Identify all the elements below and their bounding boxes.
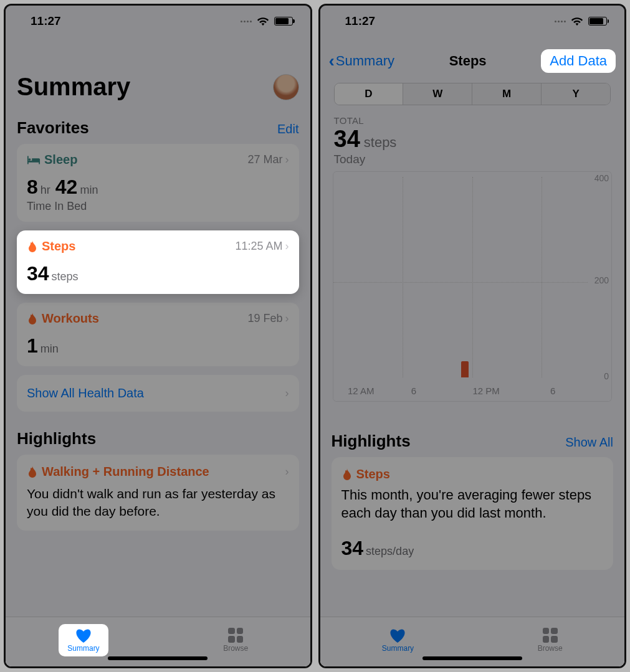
total-unit: steps: [364, 135, 397, 151]
xtick-6pm: 6: [550, 386, 555, 396]
flame-icon: [27, 240, 38, 253]
tab-summary-label: Summary: [382, 644, 414, 653]
show-all-button[interactable]: Show All: [565, 435, 613, 450]
ytick-0: 0: [604, 371, 609, 381]
chevron-right-icon: ›: [285, 312, 289, 325]
show-all-health-link[interactable]: Show All Health Data ›: [17, 375, 299, 412]
sleep-hours-unit: hr: [41, 184, 50, 197]
highlight-body: This month, you're averaging fewer steps…: [341, 486, 604, 522]
nav-bar: ‹ Summary Steps Add Data: [320, 44, 625, 83]
edit-button[interactable]: Edit: [277, 122, 298, 136]
status-time: 11:27: [345, 14, 376, 28]
battery-icon: [274, 17, 293, 26]
big-title-row: Summary: [17, 73, 299, 101]
vline: [403, 177, 403, 377]
ytick-400: 400: [594, 173, 609, 183]
favorites-header: Favorites Edit: [17, 118, 299, 138]
tab-summary-label: Summary: [67, 644, 99, 653]
xtick-12am: 12 AM: [348, 386, 375, 396]
favorites-label: Favorites: [17, 118, 89, 138]
xtick-6: 6: [411, 386, 416, 396]
tab-summary[interactable]: Summary: [373, 624, 422, 656]
home-indicator[interactable]: [422, 656, 522, 660]
sleep-mins-unit: min: [80, 184, 98, 197]
steps-value: 34: [27, 262, 49, 285]
cellular-dots-icon: [241, 21, 252, 22]
steps-chart[interactable]: 400 200 0 12 AM 6 12 PM 6: [333, 171, 613, 402]
battery-icon: [588, 17, 607, 26]
cellular-dots-icon: [555, 21, 566, 22]
tab-summary[interactable]: Summary: [59, 624, 108, 656]
tab-browse[interactable]: Browse: [214, 624, 257, 656]
wifi-icon: [257, 17, 269, 26]
highlight-unit: steps/day: [366, 545, 414, 558]
grid-icon: [228, 628, 243, 643]
sleep-mins: 42: [55, 176, 78, 199]
highlight-body: You didn't walk and run as far yesterday…: [27, 485, 289, 521]
page-title: Summary: [17, 73, 130, 101]
tab-browse-label: Browse: [538, 644, 563, 653]
segment-w[interactable]: W: [403, 83, 472, 105]
highlights-label: Highlights: [332, 432, 411, 451]
flame-icon: [341, 468, 353, 481]
add-data-button[interactable]: Add Data: [541, 49, 616, 73]
ytick-200: 200: [594, 275, 609, 285]
phone-right-steps: 11:27 ‹ Summary Steps Add Data D W M Y T…: [318, 4, 627, 668]
workouts-unit: min: [41, 343, 59, 356]
segment-d[interactable]: D: [335, 83, 403, 105]
workouts-value: 1: [27, 334, 38, 357]
highlight-title: Walking + Running Distance: [42, 465, 209, 479]
sleep-sub: Time In Bed: [27, 200, 289, 213]
wifi-icon: [571, 17, 583, 26]
sleep-card[interactable]: Sleep 27 Mar › 8 hr 42 min Time In Bed: [17, 144, 299, 222]
steps-time: 11:25 AM: [235, 240, 282, 253]
tab-browse[interactable]: Browse: [529, 624, 571, 656]
back-button[interactable]: ‹ Summary: [329, 51, 394, 71]
heart-icon: [389, 628, 406, 643]
gridline: [333, 282, 588, 283]
highlights-header: Highlights Show All: [332, 432, 614, 451]
total-sub: Today: [334, 153, 614, 166]
highlight-steps-card[interactable]: Steps This month, you're averaging fewer…: [332, 457, 614, 570]
status-bar: 11:27: [6, 6, 310, 33]
status-time: 11:27: [31, 14, 61, 28]
grid-icon: [543, 628, 558, 643]
steps-card[interactable]: Steps 11:25 AM › 34 steps: [17, 230, 299, 294]
sleep-title: Sleep: [44, 153, 77, 167]
workouts-date: 19 Feb: [247, 312, 282, 325]
chevron-right-icon: ›: [285, 240, 289, 253]
home-indicator[interactable]: [108, 656, 208, 660]
tab-browse-label: Browse: [223, 644, 248, 653]
highlights-label: Highlights: [17, 429, 96, 448]
segment-m[interactable]: M: [472, 83, 541, 105]
highlights-header: Highlights: [17, 429, 299, 448]
avatar[interactable]: [273, 74, 299, 100]
flame-icon: [27, 313, 38, 325]
chevron-left-icon: ‹: [329, 51, 335, 71]
xtick-12pm: 12 PM: [472, 386, 499, 396]
highlight-value: 34: [341, 537, 364, 560]
segment-y[interactable]: Y: [541, 83, 610, 105]
chevron-right-icon: ›: [285, 387, 289, 400]
steps-title: Steps: [42, 239, 75, 253]
workouts-card[interactable]: Workouts 19 Feb › 1 min: [17, 303, 299, 366]
total-row: 34 steps: [334, 126, 614, 153]
sleep-date: 27 Mar: [247, 153, 282, 166]
show-all-health-label: Show All Health Data: [27, 386, 144, 400]
highlight-walking-card[interactable]: Walking + Running Distance › You didn't …: [17, 455, 299, 531]
steps-unit: steps: [52, 270, 79, 283]
status-icons: [555, 17, 607, 26]
vline: [472, 177, 473, 377]
status-bar: 11:27: [320, 6, 625, 33]
total-label: TOTAL: [334, 115, 614, 126]
workouts-title: Workouts: [42, 311, 99, 326]
flame-icon: [27, 466, 38, 478]
sleep-hours: 8: [27, 176, 38, 199]
segmented-control[interactable]: D W M Y: [334, 83, 611, 105]
content: Summary Favorites Edit Sleep 27 Mar › 8 …: [6, 33, 310, 617]
phone-left-summary: 11:27 Summary Favorites Edit Sleep 27 Ma…: [4, 4, 312, 668]
nav-title: Steps: [449, 53, 487, 69]
highlight-title: Steps: [356, 467, 390, 481]
status-icons: [241, 17, 293, 26]
heart-icon: [75, 628, 92, 643]
